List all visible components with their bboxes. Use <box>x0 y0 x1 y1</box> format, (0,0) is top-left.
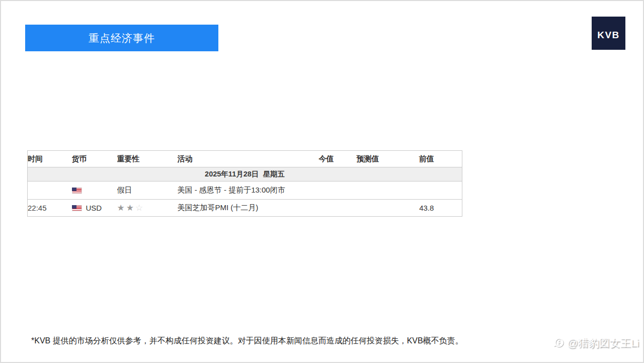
header-time: 时间 <box>28 151 72 167</box>
key-economic-events-banner[interactable]: 重点经济事件 <box>25 25 218 51</box>
page-container: 重点经济事件 KVB 时间 货币 重要性 活动 今值 预测值 前值 2025年1… <box>0 0 644 363</box>
importance-stars: ★★☆ <box>117 203 145 213</box>
event-actual <box>308 182 345 200</box>
star-filled-icon: ★ <box>126 203 135 213</box>
date-group-label: 2025年11月28日 星期五 <box>28 167 462 182</box>
event-currency <box>72 182 117 200</box>
us-flag-icon <box>72 188 82 194</box>
header-importance: 重要性 <box>117 151 178 167</box>
event-forecast <box>345 182 391 200</box>
table-row[interactable]: 22:45 USD ★★☆ 美国芝加哥PMI (十二月) 43.8 <box>28 200 462 217</box>
us-flag-icon <box>72 205 82 211</box>
event-currency: USD <box>72 200 117 217</box>
star-empty-icon: ☆ <box>135 203 144 213</box>
kvb-logo: KVB <box>592 17 625 50</box>
table-header-row: 时间 货币 重要性 活动 今值 预测值 前值 <box>28 151 462 167</box>
event-importance: ★★☆ <box>117 200 178 217</box>
watermark-logo-icon <box>553 337 565 349</box>
star-filled-icon: ★ <box>117 203 126 213</box>
kvb-logo-text: KVB <box>597 30 620 41</box>
event-activity: 美国芝加哥PMI (十二月) <box>178 200 308 217</box>
event-importance: 假日 <box>117 182 178 200</box>
header-currency: 货币 <box>72 151 117 167</box>
event-time: 22:45 <box>28 200 72 217</box>
event-activity: 美国 - 感恩节 - 提前于13:00闭市 <box>178 182 308 200</box>
table-row[interactable]: 假日 美国 - 感恩节 - 提前于13:00闭市 <box>28 182 462 200</box>
event-previous: 43.8 <box>391 200 462 217</box>
date-group-row: 2025年11月28日 星期五 <box>28 167 462 182</box>
event-forecast <box>345 200 391 217</box>
watermark-text: @猎豹図女王Li <box>567 336 639 350</box>
economic-events-table: 时间 货币 重要性 活动 今值 预测值 前值 2025年11月28日 星期五 假… <box>27 150 462 217</box>
header-forecast: 预测值 <box>345 151 391 167</box>
event-time <box>28 182 72 200</box>
event-previous <box>391 182 462 200</box>
event-actual <box>308 200 345 217</box>
watermark: @猎豹図女王Li <box>553 336 639 350</box>
disclaimer-text: *KVB 提供的市场分析仅供参考，并不构成任何投资建议。对于因使用本新闻信息而造… <box>31 336 534 346</box>
header-previous: 前值 <box>391 151 462 167</box>
header-actual: 今值 <box>308 151 345 167</box>
header-activity: 活动 <box>178 151 308 167</box>
currency-code: USD <box>86 204 102 212</box>
